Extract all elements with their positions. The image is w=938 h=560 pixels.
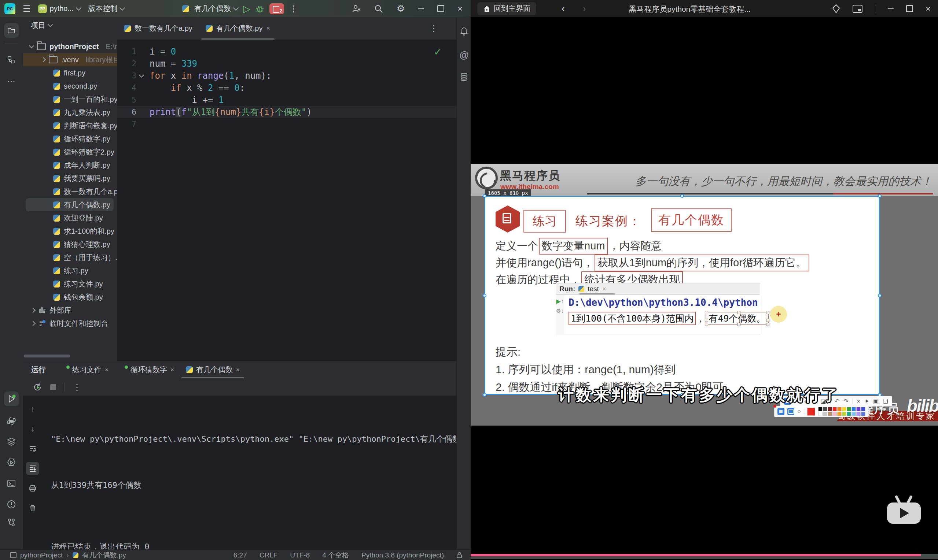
run-config-select[interactable]: 有几个偶数 (194, 4, 238, 14)
video-progress-filled[interactable] (471, 554, 921, 556)
palette-color[interactable] (856, 412, 861, 416)
tab-options-icon[interactable]: ⋮ (429, 23, 438, 34)
palette-color[interactable] (852, 407, 856, 411)
tree-row-file-selected[interactable]: 有几个偶数.py (26, 198, 114, 211)
database-icon[interactable] (459, 72, 469, 82)
vcs-widget[interactable]: 版本控制 (88, 4, 124, 14)
palette-color[interactable] (828, 407, 832, 411)
editor-tab[interactable]: 数一数有几个a.py (117, 17, 199, 40)
clear-console-icon[interactable] (26, 502, 39, 515)
unlock-icon[interactable] (457, 552, 463, 558)
rerun-icon[interactable] (32, 382, 42, 392)
palette-color[interactable] (856, 407, 861, 411)
mini-player-icon[interactable] (853, 5, 862, 13)
tree-row-scratches[interactable]: 临时文件和控制台 (23, 317, 117, 330)
tree-row-file[interactable]: 钱包余额.py (23, 291, 117, 304)
code-area[interactable]: 1i = 0 2num = 339 3for x in range(1, num… (117, 45, 457, 130)
run-tab[interactable]: 循环猜数字 × (114, 361, 180, 378)
maximize-button[interactable] (906, 5, 913, 12)
debug-button[interactable] (256, 5, 264, 13)
palette-color[interactable] (818, 412, 822, 416)
soft-wrap-icon[interactable] (26, 442, 39, 455)
close-button[interactable]: × (457, 4, 463, 14)
minimize-button[interactable] (418, 8, 424, 9)
tree-row-file[interactable]: first.py (23, 66, 117, 80)
breadcrumb-root[interactable]: pythonProject (20, 551, 63, 559)
indent-style[interactable]: 4 个空格 (322, 551, 349, 560)
code-with-me-icon[interactable] (351, 4, 361, 14)
tool-run-button[interactable] (4, 392, 19, 406)
selection-handle[interactable] (483, 294, 486, 297)
ai-assistant-icon[interactable]: @ (459, 49, 469, 61)
selection-handle[interactable] (878, 194, 882, 198)
stop-disabled-icon[interactable] (50, 384, 56, 390)
prev-occurrence-icon[interactable]: ↑ (26, 403, 39, 416)
notifications-icon[interactable] (459, 27, 469, 36)
close-tab-icon[interactable]: × (267, 25, 270, 32)
palette-color[interactable] (818, 407, 822, 411)
palette-color[interactable] (828, 412, 832, 416)
tree-row-file[interactable]: 循环猜数字.py (23, 132, 117, 145)
video-progress-rest[interactable] (921, 554, 938, 556)
palette-color[interactable] (861, 412, 865, 416)
close-tab-icon[interactable]: × (170, 366, 174, 374)
tree-row-file[interactable]: 求1-100的和.py (23, 225, 117, 238)
maximize-button[interactable] (437, 5, 444, 12)
tool-git-button[interactable] (4, 515, 19, 530)
tree-row-file[interactable]: 我要买票吗.py (23, 172, 117, 185)
fold-icon[interactable] (139, 72, 144, 77)
tree-row-file[interactable]: 练习.py (23, 264, 117, 277)
project-panel-header[interactable]: 项目 (23, 17, 117, 33)
pin-icon[interactable] (832, 5, 840, 13)
project-widget[interactable]: PP pytho... (38, 5, 81, 13)
tree-row-file[interactable]: 循环猜数字2.py (23, 145, 117, 158)
scroll-to-end-icon[interactable] (26, 462, 39, 475)
tree-row-file[interactable]: 判断语句嵌套.py (23, 119, 117, 132)
horizontal-scrollbar[interactable] (24, 355, 70, 357)
tree-row-file[interactable]: 猜猜心理数.py (23, 238, 117, 251)
palette-color[interactable] (847, 412, 851, 416)
tree-row-external-libs[interactable]: 外部库 (23, 304, 117, 317)
tool-python-console-button[interactable] (4, 414, 19, 429)
file-encoding[interactable]: UTF-8 (290, 551, 310, 559)
selection-handle[interactable] (680, 194, 684, 198)
console-output[interactable]: "E:\new py\pythonProject\.venv\Scripts\p… (51, 401, 453, 560)
tree-row-venv[interactable]: .venv library根目录 (23, 53, 117, 66)
close-tab-icon[interactable]: × (236, 366, 240, 374)
palette-color[interactable] (861, 407, 865, 411)
tool-structure-button[interactable] (4, 52, 19, 67)
run-tab[interactable]: 练习文件 × (56, 361, 114, 378)
tool-packages-button[interactable] (4, 455, 19, 470)
palette-color[interactable] (852, 412, 856, 416)
palette-color[interactable] (823, 407, 827, 411)
tool-terminal-button[interactable] (4, 476, 19, 491)
palette-color[interactable] (837, 412, 842, 416)
tree-row-file[interactable]: 练习文件.py (23, 277, 117, 291)
tree-row-file[interactable]: 九九乘法表.py (23, 106, 117, 119)
outline-shape-button[interactable] (787, 408, 794, 415)
interpreter[interactable]: Python 3.8 (pythonProject) (361, 551, 444, 559)
palette-color[interactable] (847, 407, 851, 411)
tree-row-file[interactable]: 数一数有几个a.py (23, 185, 117, 198)
selection-handle[interactable] (483, 194, 486, 198)
main-menu-icon[interactable]: ☰ (23, 4, 31, 14)
palette-color[interactable] (842, 407, 846, 411)
close-button[interactable]: × (926, 4, 931, 14)
tree-row-file[interactable]: 成年人判断.py (23, 158, 117, 172)
more-actions-icon[interactable]: ⋮ (289, 4, 298, 14)
tree-row-file[interactable]: second.py (23, 80, 117, 93)
selected-annotation[interactable]: 有49个偶数。 (706, 312, 768, 325)
tool-services-button[interactable] (4, 434, 19, 449)
tree-row-root[interactable]: pythonProject E:\new py\pythonProject (23, 40, 117, 53)
current-color-swatch[interactable] (807, 408, 815, 416)
more-options-icon[interactable]: ⋮ (73, 382, 81, 392)
palette-color[interactable] (842, 412, 846, 416)
tree-row-file[interactable]: 欢迎登陆.py (23, 211, 117, 225)
line-separator[interactable]: CRLF (259, 551, 278, 559)
palette-color[interactable] (837, 407, 842, 411)
caret-position[interactable]: 6:27 (233, 551, 247, 559)
close-tab-icon[interactable]: × (105, 366, 108, 374)
editor-tab-active[interactable]: 有几个偶数.py × (199, 17, 277, 40)
next-occurrence-icon[interactable]: ↓ (26, 422, 39, 435)
tree-row-file[interactable]: 空（用于练习）.py (23, 251, 117, 264)
